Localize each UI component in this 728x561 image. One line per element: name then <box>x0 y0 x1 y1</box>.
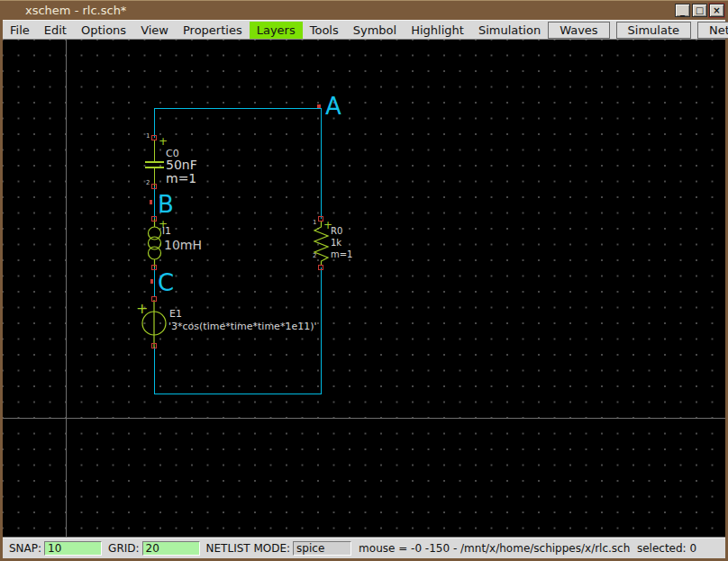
menu-file[interactable]: File <box>3 22 37 39</box>
menu-edit[interactable]: Edit <box>37 22 74 39</box>
resistor-pin2-number: 2 <box>313 253 316 259</box>
source-pin2-marker[interactable] <box>151 343 157 348</box>
label-a-pin-tick <box>317 104 321 108</box>
status-bar: SNAP: GRID: NETLIST MODE: mouse = -0 -15… <box>3 538 725 558</box>
netlist-mode-input[interactable] <box>293 541 351 556</box>
capacitor-mult[interactable]: m=1 <box>166 172 196 185</box>
origin-axis-vertical <box>66 40 67 538</box>
capacitor-plate-top[interactable] <box>145 161 164 163</box>
grid-input[interactable] <box>142 541 200 556</box>
wire-left-4[interactable] <box>154 347 155 394</box>
wire-left-2[interactable] <box>154 186 155 219</box>
inductor-pin2-marker[interactable] <box>151 265 157 270</box>
resistor-pin2-marker[interactable] <box>318 265 323 270</box>
wire-top[interactable] <box>154 108 322 109</box>
window-controls: _ □ × <box>675 4 724 17</box>
label-b-pin-tick <box>150 200 152 204</box>
source-name[interactable]: E1 <box>169 309 182 320</box>
resistor-value[interactable]: 1k <box>331 239 341 249</box>
source-value[interactable]: '3*cos(time*time*time*1e11)' <box>168 321 316 332</box>
node-label-a[interactable]: A <box>325 95 341 118</box>
inductor-name[interactable]: l1 <box>162 226 171 237</box>
menu-symbol[interactable]: Symbol <box>346 22 404 39</box>
waves-button[interactable]: Waves <box>548 22 609 39</box>
grid-label: GRID: <box>108 542 139 555</box>
wire-left-1[interactable] <box>154 108 155 138</box>
capacitor-value[interactable]: 50nF <box>166 158 197 172</box>
capacitor-pin2-number: 2 <box>146 180 150 186</box>
resistor-name[interactable]: R0 <box>331 227 342 237</box>
netlist-mode-label: NETLIST MODE: <box>206 542 291 555</box>
menu-tools[interactable]: Tools <box>303 22 346 39</box>
node-label-b[interactable]: B <box>158 193 174 216</box>
mouse-status-text: mouse = -0 -150 - /mnt/x/home/schippes/x… <box>359 542 696 555</box>
snap-input[interactable] <box>44 541 102 556</box>
source-pin1-marker[interactable] <box>151 296 157 302</box>
menu-view[interactable]: View <box>133 22 176 39</box>
menu-simulation[interactable]: Simulation <box>471 22 548 39</box>
menu-bar: File Edit Options View Properties Layers… <box>3 20 725 40</box>
window-title: xschem - rlc.sch* <box>25 4 126 17</box>
wire-right-2[interactable] <box>321 267 322 394</box>
inductor-value[interactable]: 10mH <box>164 239 202 252</box>
wire-right-1[interactable] <box>321 108 322 219</box>
wire-left-3[interactable] <box>154 267 155 297</box>
capacitor-pin1-number: 1 <box>146 133 150 140</box>
menu-properties[interactable]: Properties <box>176 22 250 39</box>
menu-highlight[interactable]: Highlight <box>404 22 471 39</box>
netlist-button[interactable]: Netlist <box>697 22 728 39</box>
menu-options[interactable]: Options <box>74 22 133 39</box>
capacitor-plus-icon: + <box>159 136 168 147</box>
title-bar[interactable]: xschem - rlc.sch* _ □ × <box>0 0 728 20</box>
label-c-pin-tick <box>150 279 153 284</box>
inductor-pin1-marker[interactable] <box>151 216 157 222</box>
capacitor-lead-top[interactable] <box>154 140 155 161</box>
schematic-canvas[interactable]: 1 2 + C0 50nF m=1 B + l1 10mH C + <box>3 40 725 538</box>
resistor-mult[interactable]: m=1 <box>331 250 352 260</box>
simulate-button[interactable]: Simulate <box>616 22 691 39</box>
snap-label: SNAP: <box>9 542 41 555</box>
maximize-button[interactable]: □ <box>692 4 707 17</box>
minimize-button[interactable]: _ <box>675 4 690 17</box>
close-button[interactable]: × <box>709 4 724 17</box>
xschem-window: xschem - rlc.sch* _ □ × File Edit Option… <box>0 0 728 561</box>
wire-bottom[interactable] <box>154 394 322 394</box>
source-plus-icon: + <box>136 302 148 316</box>
capacitor-pin2-marker[interactable] <box>151 184 157 189</box>
menu-layers[interactable]: Layers <box>250 22 303 39</box>
node-label-c[interactable]: C <box>158 271 174 294</box>
resistor-pin1-number: 1 <box>313 220 316 226</box>
origin-axis-horizontal <box>3 418 725 419</box>
capacitor-pin1-marker[interactable] <box>151 135 157 140</box>
